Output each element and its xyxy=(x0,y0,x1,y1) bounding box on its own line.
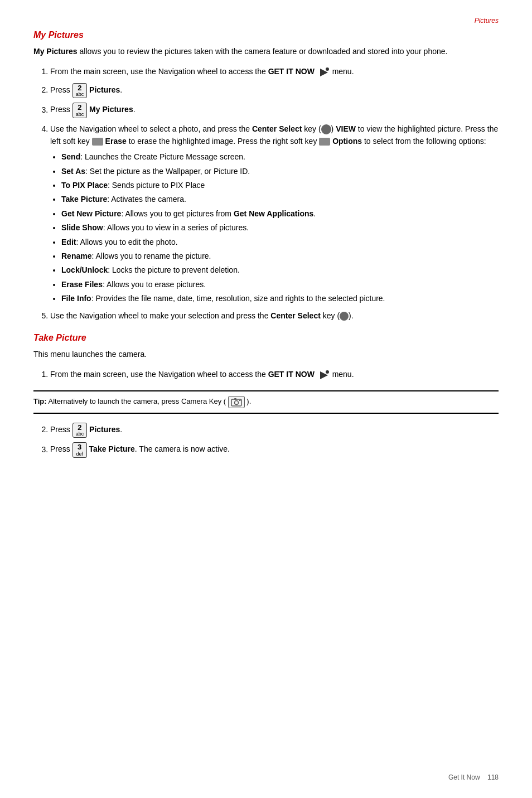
key-3-def-tp: 3 def xyxy=(72,442,87,457)
tp-step-2: Press 2 abc Pictures. xyxy=(50,423,499,438)
take-picture-steps: From the main screen, use the Navigation… xyxy=(50,368,499,381)
get-it-now-icon xyxy=(318,66,330,79)
option-take-picture: Take Picture: Activates the camera. xyxy=(61,193,499,205)
take-picture-intro: This menu launches the camera. xyxy=(33,349,499,360)
option-erase-files: Erase Files: Allows you to erase picture… xyxy=(61,278,499,291)
my-pictures-title: My Pictures xyxy=(33,30,499,40)
option-rename: Rename: Allows you to rename the picture… xyxy=(61,250,499,262)
key-2-abc-step2: 2 abc xyxy=(72,83,88,98)
option-set-as: Set As: Set the picture as the Wallpaper… xyxy=(61,165,499,177)
tp-step-1: From the main screen, use the Navigation… xyxy=(50,368,499,381)
center-select-icon xyxy=(321,124,331,134)
option-send: Send: Launches the Create Picture Messag… xyxy=(61,151,499,163)
svg-point-1 xyxy=(326,67,329,71)
key-2-abc-tp: 2 abc xyxy=(72,423,88,438)
step-1: From the main screen, use the Navigation… xyxy=(50,65,499,79)
page-header-label: Pictures xyxy=(33,17,499,25)
option-to-pix-place: To PIX Place: Sends picture to PIX Place xyxy=(61,179,499,191)
my-pictures-intro: My Pictures allows you to review the pic… xyxy=(33,46,499,57)
svg-point-3 xyxy=(326,370,329,374)
option-slide-show: Slide Show: Allows you to view in a seri… xyxy=(61,221,499,234)
option-lock-unlock: Lock/Unlock: Locks the picture to preven… xyxy=(61,264,499,276)
footer-page: 118 xyxy=(487,773,499,781)
left-soft-key-icon xyxy=(92,138,103,146)
option-file-info: File Info: Provides the file name, date,… xyxy=(61,292,499,304)
key-2-abc-step3: 2 abc xyxy=(72,103,88,118)
step-5: Use the Navigation wheel to make your se… xyxy=(50,309,499,322)
footer-text: Get It Now xyxy=(448,773,480,781)
my-pictures-section: My Pictures My Pictures allows you to re… xyxy=(33,30,499,322)
take-picture-steps-continued: Press 2 abc Pictures. Press 3 def Take P… xyxy=(50,423,499,458)
page-footer: Get It Now 118 xyxy=(448,773,499,781)
svg-rect-6 xyxy=(234,398,236,400)
tp-step-3: Press 3 def Take Picture. The camera is … xyxy=(50,442,499,457)
step-2: Press 2 abc Pictures. xyxy=(50,83,499,98)
svg-rect-7 xyxy=(239,400,241,401)
take-picture-title: Take Picture xyxy=(33,333,499,343)
option-get-new-picture: Get New Picture: Allows you to get pictu… xyxy=(61,207,499,220)
step-3: Press 2 abc My Pictures. xyxy=(50,103,499,118)
center-select-icon-step5 xyxy=(340,312,349,321)
svg-point-5 xyxy=(234,400,238,404)
step-4: Use the Navigation wheel to select a pho… xyxy=(50,123,499,305)
camera-key-icon xyxy=(228,396,245,408)
my-pictures-steps: From the main screen, use the Navigation… xyxy=(50,65,499,322)
get-it-now-icon-2 xyxy=(318,369,330,381)
tip-box: Tip: Alternatively to launch the camera,… xyxy=(33,390,499,414)
right-soft-key-icon xyxy=(319,138,330,146)
take-picture-section: Take Picture This menu launches the came… xyxy=(33,333,499,458)
option-edit: Edit: Allows you to edit the photo. xyxy=(61,236,499,248)
options-list: Send: Launches the Create Picture Messag… xyxy=(61,151,499,304)
